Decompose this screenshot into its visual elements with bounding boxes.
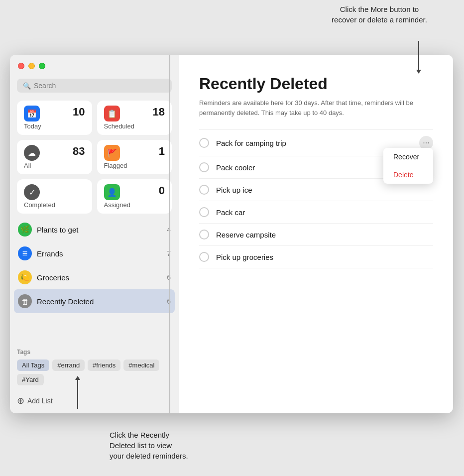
- main-content: Recently Deleted Reminders are available…: [179, 55, 453, 413]
- tile-assigned[interactable]: 👤 0 Assigned: [97, 179, 172, 214]
- arrow-bottom-icon: [77, 379, 78, 409]
- reminder-item-1: Pack for camping trip ··· Recover Delete: [199, 129, 433, 156]
- all-label: All: [24, 162, 85, 169]
- errands-icon: ≡: [18, 246, 32, 260]
- recently-deleted-label: Recently Deleted: [37, 297, 162, 306]
- delete-button[interactable]: Delete: [383, 166, 433, 184]
- reminder-checkbox-5[interactable]: [199, 230, 209, 239]
- recently-deleted-icon: 🗑: [18, 294, 32, 308]
- tag-yard[interactable]: #Yard: [17, 374, 44, 385]
- arrow-top-icon: [418, 41, 419, 71]
- reminder-text-4: Pack car: [216, 208, 433, 217]
- tags-list: All Tags #errand #friends #medical #Yard: [17, 359, 172, 385]
- reminder-checkbox-3[interactable]: [199, 185, 209, 195]
- reminder-checkbox-4[interactable]: [199, 207, 209, 217]
- app-window: 🔍 📅 10 Today 📋 18 Scheduled: [10, 55, 453, 413]
- search-icon: 🔍: [23, 82, 31, 90]
- assigned-count: 0: [159, 184, 165, 197]
- all-icon: ☁: [24, 145, 40, 161]
- traffic-lights: [18, 63, 45, 69]
- search-input[interactable]: [34, 82, 166, 90]
- tag-medical[interactable]: #medical: [123, 359, 159, 371]
- list-item-plants[interactable]: 🌿 Plants to get 4: [14, 218, 175, 241]
- tags-label: Tags: [17, 349, 172, 356]
- plants-icon: 🌿: [18, 223, 32, 237]
- tile-today[interactable]: 📅 10 Today: [17, 101, 92, 135]
- sidebar-divider: [169, 55, 170, 413]
- scheduled-count: 18: [153, 106, 165, 119]
- reminder-text-3: Pick up ice: [216, 186, 433, 194]
- groceries-label: Groceries: [37, 273, 162, 282]
- reminder-text-1: Pack for camping trip: [216, 139, 419, 147]
- close-button[interactable]: [18, 63, 24, 69]
- completed-icon: ✓: [24, 184, 40, 200]
- reminder-item-4: Pack car: [199, 201, 433, 224]
- tag-all-tags[interactable]: All Tags: [17, 359, 49, 371]
- plants-label: Plants to get: [37, 226, 162, 234]
- reminder-list: Pack for camping trip ··· Recover Delete…: [199, 129, 433, 268]
- today-label: Today: [24, 122, 85, 130]
- user-lists: 🌿 Plants to get 4 ≡ Errands 7 🍋 Grocerie…: [10, 218, 179, 344]
- recover-button[interactable]: Recover: [383, 148, 433, 166]
- reminder-checkbox-6[interactable]: [199, 252, 209, 262]
- tag-errand[interactable]: #errand: [52, 359, 85, 371]
- add-list-icon: ⊕: [17, 395, 24, 406]
- reminder-item-5: Reserve campsite: [199, 224, 433, 246]
- tile-all[interactable]: ☁ 83 All: [17, 140, 92, 174]
- flagged-count: 1: [159, 145, 165, 158]
- assigned-label: Assigned: [104, 201, 165, 209]
- list-item-recently-deleted[interactable]: 🗑 Recently Deleted 6: [14, 289, 175, 313]
- tile-completed[interactable]: ✓ Completed: [17, 179, 92, 214]
- add-list-button[interactable]: ⊕ Add List: [10, 390, 179, 413]
- list-item-groceries[interactable]: 🍋 Groceries 6: [14, 265, 175, 289]
- flagged-icon: 🚩: [104, 145, 120, 161]
- smart-lists-grid: 📅 10 Today 📋 18 Scheduled ☁ 83 All: [10, 101, 179, 214]
- reminder-checkbox-1[interactable]: [199, 138, 209, 148]
- popup-menu-1: Recover Delete: [383, 148, 433, 184]
- reminder-checkbox-2[interactable]: [199, 162, 209, 172]
- all-count: 83: [73, 145, 85, 158]
- fullscreen-button[interactable]: [39, 63, 45, 69]
- reminder-item-6: Pick up groceries: [199, 246, 433, 268]
- completed-label: Completed: [24, 201, 85, 209]
- assigned-icon: 👤: [104, 184, 120, 200]
- page-title: Recently Deleted: [199, 75, 433, 93]
- tile-scheduled[interactable]: 📋 18 Scheduled: [97, 101, 172, 135]
- minimize-button[interactable]: [28, 63, 35, 69]
- annotation-top: Click the More button torecover or delet…: [310, 4, 449, 25]
- today-count: 10: [73, 106, 85, 119]
- page-subtitle: Reminders are available here for 30 days…: [199, 98, 433, 118]
- sidebar: 🔍 📅 10 Today 📋 18 Scheduled: [10, 55, 179, 413]
- errands-label: Errands: [37, 249, 162, 258]
- add-list-label: Add List: [27, 397, 53, 405]
- groceries-icon: 🍋: [18, 270, 32, 284]
- reminder-text-6: Pick up groceries: [216, 253, 433, 261]
- tile-flagged[interactable]: 🚩 1 Flagged: [97, 140, 172, 174]
- scheduled-icon: 📋: [104, 106, 120, 121]
- search-bar[interactable]: 🔍: [17, 79, 172, 93]
- tags-section: Tags All Tags #errand #friends #medical …: [10, 344, 179, 390]
- flagged-label: Flagged: [104, 162, 165, 169]
- annotation-bottom: Click the RecentlyDeleted list to viewyo…: [110, 430, 229, 461]
- today-icon: 📅: [24, 106, 40, 121]
- list-item-errands[interactable]: ≡ Errands 7: [14, 241, 175, 265]
- tag-friends[interactable]: #friends: [88, 359, 120, 371]
- scheduled-label: Scheduled: [104, 122, 165, 130]
- reminder-text-5: Reserve campsite: [216, 231, 433, 239]
